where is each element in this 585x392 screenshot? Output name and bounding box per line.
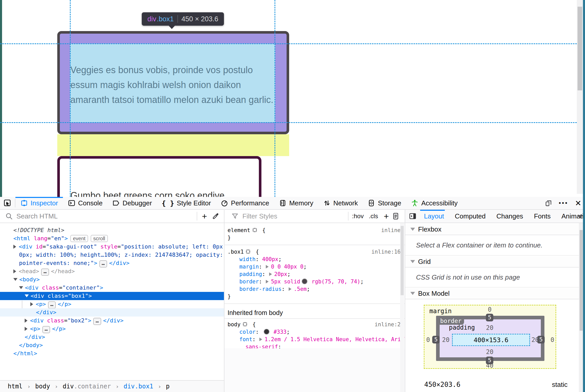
rules-scrollbar-thumb[interactable] [401,226,404,295]
markup-tree-row[interactable]: <head>…</head> [0,267,224,275]
pane-divider-left[interactable] [224,210,224,392]
markup-tree-row[interactable]: 0px; width: 100%; height…100%; z-index: … [0,251,224,259]
class-toggle[interactable]: .cls [366,213,381,220]
eyedropper-icon[interactable] [212,212,219,220]
markup-tree-row[interactable]: <html lang="en">eventscroll [0,234,224,243]
stylesheet-link[interactable]: inline [381,227,401,234]
node-picker-button[interactable] [0,197,15,209]
section-flexbox[interactable]: Flexbox [405,224,579,235]
markup-tree-row[interactable]: <div class="container"> [0,284,224,292]
expand-shorthand-icon[interactable] [269,272,272,276]
breadcrumb-item-div-box1[interactable]: div.box1 [124,383,153,390]
pseudo-class-toggle[interactable]: :hov [348,213,366,220]
breadcrumb-item-p[interactable]: p [166,383,169,390]
inline-ellipsis-button[interactable]: … [99,260,107,267]
markup-tree-row[interactable]: <div class="box1"> [0,292,224,300]
expander-open-icon[interactable] [25,294,29,297]
tab-performance[interactable]: Performance [216,197,274,209]
inline-ellipsis-button[interactable]: … [93,318,101,325]
layout-scrollbar-thumb[interactable] [580,230,583,331]
rule-selector-row[interactable]: body {inline:2 [224,321,405,328]
breadcrumb-item-body[interactable]: body [35,383,50,390]
page-scrollbar-thumb[interactable] [578,7,582,90]
padding-left-value[interactable]: 20 [441,336,451,343]
padding-top-value[interactable]: 20 [485,324,495,331]
add-node-button[interactable]: + [197,211,212,221]
expand-shorthand-icon[interactable] [289,287,291,291]
expander-open-icon[interactable] [13,278,17,281]
rule-declaration-row[interactable]: border: 5px solid rgb(75, 70, 74); [224,278,405,285]
margin-left-value[interactable]: 0 [424,336,432,343]
markup-tree-row[interactable]: <!DOCTYPE html> [0,226,224,234]
tab-memory[interactable]: Memory [274,197,318,209]
markup-tree-row[interactable]: <div class="box2">…</div> [0,317,224,325]
add-rule-button[interactable]: + [381,211,392,221]
rule-declaration-row[interactable]: color: #333; [224,328,405,336]
rule-selector-row[interactable]: element {inline [224,227,405,234]
tab-accessibility[interactable]: Accessibility [406,197,463,209]
inline-ellipsis-button[interactable]: … [42,326,50,333]
sidebar-tab-layout[interactable]: Layout [419,210,449,223]
tab-network[interactable]: Network [318,197,363,209]
margin-top-value[interactable]: 0 [485,306,495,313]
breadcrumb-item-div[interactable]: div.container [63,383,111,390]
expander-closed-icon[interactable] [25,319,27,323]
expander-closed-icon[interactable] [30,302,33,306]
expander-closed-icon[interactable] [25,327,27,331]
selector-highlighter-icon[interactable] [252,227,258,235]
sidebar-toggle-icon[interactable] [409,212,417,220]
sidebar-tab-changes[interactable]: Changes [491,210,529,223]
close-icon[interactable]: ✕ [575,199,581,208]
markup-tree-row[interactable]: <div id="saka-gui-root" style="position:… [0,243,224,251]
expander-closed-icon[interactable] [13,269,16,273]
rule-declaration-row[interactable]: } [224,293,405,300]
markup-tree-row[interactable]: </body> [0,341,224,349]
filter-styles-input[interactable] [242,212,328,221]
markup-tree-row[interactable]: </html> [0,349,224,358]
rule-declaration-row[interactable]: width: 400px; [224,256,405,263]
meatball-menu-icon[interactable]: ••• [559,197,568,209]
rule-declaration-row[interactable]: font: 1.2em / 1.5 Helvetica Neue, Helvet… [224,336,405,343]
border-right-value[interactable]: 5 [537,336,545,343]
sidebar-tab-computed[interactable]: Computed [449,210,491,223]
border-top-value[interactable]: 5 [486,314,493,321]
markup-tree-row[interactable]: </div> [0,308,224,317]
rule-declaration-row[interactable]: margin: 0 0 40px 0; [224,263,405,271]
rule-selector-row[interactable]: .box1 {inline:16 [224,248,405,256]
markup-tree-row[interactable]: <body> [0,275,224,284]
tab-debugger[interactable]: Debugger [107,197,157,209]
margin-right-value[interactable]: 0 [549,336,556,343]
tab-console[interactable]: Console [63,197,107,209]
expander-closed-icon[interactable] [13,245,16,249]
rule-declaration-row[interactable]: border-radius: .5em; [224,285,405,293]
markup-tree-row[interactable]: <p>…</p> [0,325,224,333]
markup-tree-row[interactable]: <p>…</p> [0,300,224,308]
inline-ellipsis-button[interactable]: … [41,269,49,276]
color-swatch[interactable] [302,279,307,284]
box-model-content[interactable]: 400×153.6 [452,334,530,346]
tab-storage[interactable]: Storage [363,197,406,209]
expand-shorthand-icon[interactable] [266,265,269,269]
section-grid[interactable]: Grid [405,256,579,267]
pane-divider-right[interactable] [405,210,405,392]
all-tabs-dropdown-icon[interactable] [577,215,583,218]
markup-tree-row[interactable]: </div> [0,333,224,341]
expander-open-icon[interactable] [19,286,23,289]
color-swatch[interactable] [264,329,269,334]
expand-shorthand-icon[interactable] [266,280,269,283]
padding-bottom-value[interactable]: 20 [485,348,495,356]
selector-highlighter-icon[interactable] [245,249,251,256]
rule-declaration-row[interactable]: padding: 20px; [224,271,405,278]
section-box-model[interactable]: Box Model [405,288,579,299]
rule-declaration-row[interactable]: } [224,234,405,242]
inline-ellipsis-button[interactable]: … [48,301,56,309]
selector-highlighter-icon[interactable] [242,321,248,329]
responsive-mode-icon[interactable] [545,199,552,207]
markup-tree-row[interactable]: pointer-events: none;">…</div> [0,259,224,267]
stylesheet-icon[interactable] [392,212,400,220]
stylesheet-link[interactable]: inline:16 [371,248,401,256]
tab-style-editor[interactable]: { }Style Editor [157,197,216,209]
sidebar-tab-fonts[interactable]: Fonts [529,210,556,223]
search-input[interactable] [16,212,161,221]
border-left-value[interactable]: 5 [432,336,440,343]
